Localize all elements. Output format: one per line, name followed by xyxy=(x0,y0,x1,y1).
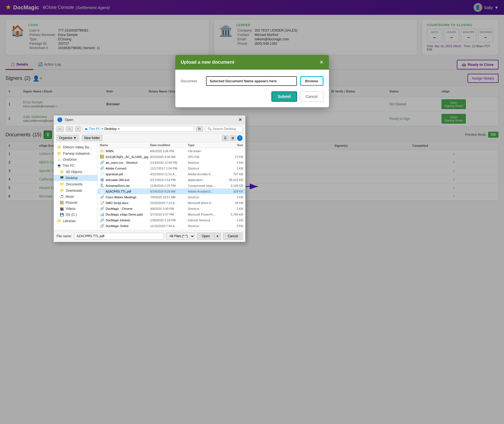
file-dialog-toolbar: Organize ▼ New folder ☰ ⊞ ? xyxy=(54,134,245,142)
tree-item-libraries[interactable]: 📁Libraries xyxy=(54,218,97,224)
folder-icon: 📁 xyxy=(60,182,64,186)
view-details-button[interactable]: ⊞ xyxy=(230,135,236,141)
nav-back-button[interactable]: ← xyxy=(57,126,64,132)
folder-icon: 📁 xyxy=(60,188,64,193)
tree-item-downloads[interactable]: 📁Downloads xyxy=(54,187,97,194)
modal-actions: Submit Cancel xyxy=(181,91,323,102)
list-item[interactable]: 🔗DocMagic Intranet1/30/2020 1:18 PMInter… xyxy=(98,217,245,223)
file-open-dialog: 🔵 Open ✕ ← → ↑ ▶ This PC > Desktop > ↻ 🔍… xyxy=(54,115,246,242)
list-item[interactable]: 📁WWN8/6/2020 3:06 PMFile folder xyxy=(98,148,245,154)
filename-input[interactable] xyxy=(74,233,164,239)
shortcut-icon: 🔗 xyxy=(100,224,104,228)
dialog-cancel-button[interactable]: Cancel xyxy=(223,233,243,240)
list-item[interactable]: 📄appraisal.pdf4/22/2019 11:51 A...Adobe … xyxy=(98,171,245,177)
new-folder-button[interactable]: New folder xyxy=(82,135,102,141)
tree-item-onedrive[interactable]: ☁️OneDrive xyxy=(54,157,97,163)
filetype-select[interactable]: All Files (*.*) xyxy=(166,233,195,240)
shortcut-icon: 🔗 xyxy=(100,166,104,170)
organize-button[interactable]: Organize ▼ xyxy=(57,135,79,141)
tree-item[interactable]: 📁Elkhorn Valley Ba... xyxy=(54,144,97,150)
search-input[interactable] xyxy=(213,127,240,131)
submit-button[interactable]: Submit xyxy=(271,91,297,102)
folder-icon: 📁 xyxy=(57,145,61,149)
list-item[interactable]: ⚙️articulate-360.exe5/17/2019 2:54 PMApp… xyxy=(98,177,245,183)
dialog-title: Open xyxy=(65,118,74,122)
open-button-group: Open ▼ xyxy=(197,233,221,240)
upload-modal: Upload a new document ✕ Document Selecte… xyxy=(175,55,329,107)
tree-item-music[interactable]: 🎵Music xyxy=(54,194,97,200)
folder-icon: 📁 xyxy=(60,170,64,174)
file-list: Name Date modified Type Size 📁WWN8/6/202… xyxy=(98,142,245,230)
pictures-icon: 🖼️ xyxy=(60,201,64,205)
browse-button[interactable]: Browse xyxy=(300,76,323,86)
dialog-app-icon: 🔵 xyxy=(57,117,63,122)
desktop-icon: 🖥️ xyxy=(60,176,64,180)
filename-label: File name: xyxy=(57,234,72,238)
shortcut-icon: 🔗 xyxy=(100,207,104,211)
music-icon: 🎵 xyxy=(60,195,64,199)
list-item[interactable]: 🔗Adobe Connect11/17/2017 1:04 PMShortcut… xyxy=(98,165,245,171)
file-list-header: Name Date modified Type Size xyxy=(98,142,245,148)
view-list-button[interactable]: ☰ xyxy=(222,135,229,141)
path-pc: ▶ This PC xyxy=(85,127,100,131)
tree-item-documents[interactable]: 📁Documents xyxy=(54,181,97,187)
upload-modal-body: Document Selected Document Name appears … xyxy=(175,70,329,107)
file-dialog-title-bar: 🔵 Open ✕ xyxy=(54,115,245,124)
pptx-icon: 📊 xyxy=(100,212,104,216)
document-field-label: Document xyxy=(181,79,203,83)
pdf-icon: 📄 xyxy=(100,172,104,176)
tree-item-thispc[interactable]: 💻This PC xyxy=(54,163,97,169)
list-item[interactable]: 📝DMO Script.docx10/29/2020 7:13 A...Micr… xyxy=(98,200,245,206)
zip-icon: 🗜️ xyxy=(100,183,104,188)
file-dialog-body: 📁Elkhorn Valley Ba... 📁Fairway Independ.… xyxy=(54,142,245,230)
view-options: ☰ ⊞ ? xyxy=(222,135,243,141)
folder-icon: 📁 xyxy=(100,149,104,153)
folder-icon: 📁 xyxy=(57,151,61,156)
search-icon: 🔍 xyxy=(207,127,212,131)
list-item[interactable]: 🔗Cisco Webex Meetings7/9/2020 10:57 AMSh… xyxy=(98,194,245,200)
document-field-row: Document Selected Document Name appears … xyxy=(181,76,323,86)
list-item[interactable]: 🔗DocMagic Online12/16/2020 7:59 A...Shor… xyxy=(98,223,245,229)
shortcut-icon: 🔗 xyxy=(100,195,104,199)
search-box: 🔍 xyxy=(205,126,243,132)
exe-icon: ⚙️ xyxy=(100,178,104,182)
open-button-dropdown[interactable]: ▼ xyxy=(214,233,221,240)
tree-item-pictures[interactable]: 🖼️Pictures xyxy=(54,200,97,206)
tree-item-videos[interactable]: 🎬Videos xyxy=(54,206,97,212)
path-desktop: Desktop xyxy=(105,127,117,131)
dialog-close-button[interactable]: ✕ xyxy=(238,117,242,122)
image-icon: 🖼️ xyxy=(100,155,104,159)
document-name-display: Selected Document Name appears here xyxy=(206,76,297,86)
drive-icon: 💾 xyxy=(60,213,64,217)
cloud-icon: ☁️ xyxy=(57,158,61,162)
nav-up-button[interactable]: ↑ xyxy=(75,126,81,132)
upload-modal-title: Upload a new document xyxy=(181,60,235,65)
tree-item-3dobjects[interactable]: 📁3D Objects xyxy=(54,169,97,175)
file-dialog-footer: File name: All Files (*.*) Open ▼ Cancel xyxy=(54,230,245,242)
pc-icon: 💻 xyxy=(57,164,61,168)
folder-icon: 📁 xyxy=(57,219,61,223)
videos-icon: 🎬 xyxy=(60,207,64,211)
list-item[interactable]: 🖼️61G1jfC9qPL_AC_SL1000_.jpg8/25/2020 9:… xyxy=(98,154,245,160)
list-item[interactable]: 📊DocMagic eSign Demo.pptx5/7/2019 3:57 P… xyxy=(98,211,245,217)
help-button[interactable]: ? xyxy=(237,135,243,141)
list-item[interactable]: 🔗DocMagic - Chrome9/8/2020 3:49 PMShortc… xyxy=(98,206,245,211)
list-item[interactable]: 🗜️AutoprepDocs.zip11/8/2019 2:25 PMCompr… xyxy=(98,183,245,188)
cancel-button[interactable]: Cancel xyxy=(300,91,323,102)
shortcut-icon: 🔗 xyxy=(100,218,104,222)
modal-close-button[interactable]: ✕ xyxy=(319,59,323,65)
tree-item-osdrive[interactable]: 💾OS (C:) xyxy=(54,212,97,218)
pdf-icon: 📄 xyxy=(100,189,104,193)
list-item[interactable]: 🔗ad_users.csv - Shortcut1/13/2020 12:59 … xyxy=(98,160,245,165)
tree-item[interactable]: 📁Fairway Independ... xyxy=(54,150,97,157)
nav-forward-button[interactable]: → xyxy=(66,126,73,132)
nav-path: ▶ This PC > Desktop > xyxy=(83,126,194,132)
upload-modal-header: Upload a new document ✕ xyxy=(175,55,329,70)
refresh-button[interactable]: ↻ xyxy=(196,126,203,132)
file-dialog-nav: ← → ↑ ▶ This PC > Desktop > ↻ 🔍 xyxy=(54,124,245,134)
tree-item-desktop[interactable]: 🖥️Desktop xyxy=(54,175,97,181)
list-item[interactable]: 📄AZACPRS.TTL.pdf6/19/2018 9:29 AMAdobe A… xyxy=(98,188,245,194)
file-tree: 📁Elkhorn Valley Ba... 📁Fairway Independ.… xyxy=(54,142,98,230)
open-button[interactable]: Open xyxy=(197,233,214,240)
shortcut-icon: 🔗 xyxy=(100,160,104,165)
